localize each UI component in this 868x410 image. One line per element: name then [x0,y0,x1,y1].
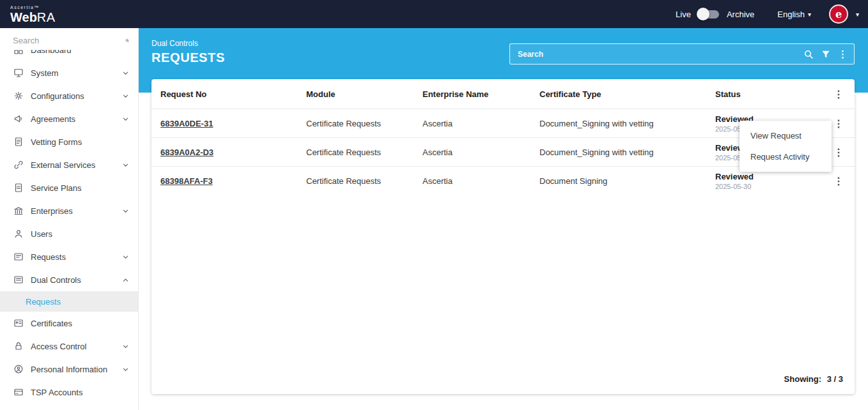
sidebar-item-certificates[interactable]: Certificates [0,312,138,335]
request-no-link[interactable]: 6839A0DE-31 [151,119,298,128]
sidebar-item-label: Certificates [31,319,129,328]
column-header-certificate-type[interactable]: Certificate Type [532,89,708,99]
certificate-type-cell: Document_Signing with vetting [532,119,708,128]
sidebar-item-label: Service Plans [31,183,129,193]
more-options-icon[interactable]: ⋮ [838,49,848,59]
module-cell: Certificate Requests [298,148,415,157]
chevron-up-icon [122,277,129,284]
chevron-down-icon [122,343,129,350]
profile-caret-down-icon[interactable]: ▾ [856,11,859,18]
chevron-down-icon [122,116,129,123]
archive-label: Archive [727,10,754,19]
bank-icon [13,206,24,216]
page-head: Dual Controls REQUESTS [151,39,225,65]
sidebar-search[interactable] [0,28,138,50]
chevron-down-icon [122,162,129,169]
status-badge: Reviewed [715,172,815,181]
live-archive-toggle[interactable] [699,10,719,19]
link-icon [13,160,24,170]
enterprise-cell: Ascertia [415,119,532,128]
sidebar-item-tsp-accounts[interactable]: TSP Accounts [0,381,138,404]
status-date: 2025-05-30 [715,183,815,190]
sidebar-item-label: Access Control [31,342,115,351]
sidebar-item-personal-information[interactable]: Personal Information [0,358,138,381]
search-input[interactable] [518,50,803,59]
chevron-down-icon [122,93,129,100]
sidebar-item-label: Requests [31,252,115,262]
brand-logo[interactable]: Ascertia™ WebRA [10,5,56,24]
sidebar-subitem-requests-active[interactable]: Requests [0,291,138,312]
sidebar-item-enterprises[interactable]: Enterprises [0,199,138,222]
module-cell: Certificate Requests [298,176,415,186]
language-selector[interactable]: English ▾ [777,10,811,19]
caret-down-icon: ▾ [808,11,811,18]
menu-item-request-activity[interactable]: Request Activity [740,146,832,167]
main-content: Dual Controls REQUESTS ⋮ Request No Modu… [139,28,868,410]
column-header-status[interactable]: Status [708,89,823,99]
toggle-knob[interactable] [697,8,709,20]
certificate-icon [13,318,24,328]
breadcrumb: Dual Controls [151,39,225,48]
main-search[interactable]: ⋮ [509,43,855,65]
avatar[interactable]: e [829,4,848,24]
column-header-enterprise-name[interactable]: Enterprise Name [415,89,532,99]
person-circle-icon [13,364,24,374]
module-cell: Certificate Requests [298,119,415,128]
sidebar-item-label: System [31,68,115,78]
menu-item-view-request[interactable]: View Request [740,125,832,146]
sidebar-item-label: Requests [26,297,138,307]
showing-count: Showing: 3 / 3 [151,374,855,394]
sidebar-item-label: Personal Information [31,365,115,374]
row-context-menu: View Request Request Activity [740,121,832,172]
search-icon[interactable] [803,49,814,59]
sidebar-item-service-plans[interactable]: Service Plans [0,176,138,199]
dual-controls-icon [13,275,24,285]
sidebar-item-vetting-forms[interactable]: Vetting Forms [0,130,138,153]
sidebar-item-label: TSP Accounts [31,388,129,397]
form-icon [13,137,24,147]
language-label: English [777,10,805,19]
sidebar-item-label: External Services [31,160,115,170]
chevron-down-icon [122,254,129,261]
lock-icon [13,341,24,351]
showing-label: Showing: [784,374,822,384]
sidebar-item-requests[interactable]: Requests [0,245,138,268]
row-actions-kebab-icon[interactable]: ⋮ [823,175,855,187]
status-cell: Reviewed 2025-05-30 [708,172,823,190]
sidebar-item-external-services[interactable]: External Services [0,153,138,176]
sidebar-item-label: Vetting Forms [31,137,129,147]
sidebar-item-users[interactable]: Users [0,222,138,245]
sidebar-item-label: Dual Controls [31,275,115,285]
sidebar-search-input[interactable] [13,36,125,45]
brand-ascertia: Ascertia™ [10,5,56,10]
column-header-request-no[interactable]: Request No [151,89,298,99]
enterprise-cell: Ascertia [415,148,532,157]
gear-icon [13,91,24,101]
showing-value: 3 / 3 [827,374,843,384]
column-header-module[interactable]: Module [298,89,415,99]
page-title: REQUESTS [151,50,225,65]
certificate-type-cell: Document_Signing with vetting [532,148,708,157]
request-no-link[interactable]: 6839A0A2-D3 [151,148,298,157]
topbar-actions: Live Archive English ▾ e ▾ [676,4,859,24]
sidebar-item-configurations[interactable]: Configurations [0,84,138,107]
chevron-down-icon [122,70,129,77]
sidebar-item-access-control[interactable]: Access Control [0,335,138,358]
request-no-link[interactable]: 68398AFA-F3 [151,176,298,186]
search-icon[interactable] [125,36,129,45]
brand-webra: WebRA [10,10,56,24]
table-header-row: Request No Module Enterprise Name Certif… [151,79,855,109]
chevron-down-icon [122,208,129,215]
megaphone-icon [13,114,24,124]
sidebar-item-dual-controls[interactable]: Dual Controls [0,268,138,291]
system-icon [13,68,24,78]
sidebar-item-agreements[interactable]: Agreements [0,107,138,130]
sidebar-item-label: Agreements [31,114,115,124]
card-icon [13,387,24,397]
sidebar-item-system[interactable]: System [0,61,138,84]
table-options-kebab-icon[interactable]: ⋮ [823,88,855,100]
document-icon [13,183,24,193]
topbar: Ascertia™ WebRA Live Archive English ▾ e… [0,0,868,28]
webra-app: Ascertia™ WebRA Live Archive English ▾ e… [0,0,868,410]
filter-icon[interactable] [821,50,830,59]
